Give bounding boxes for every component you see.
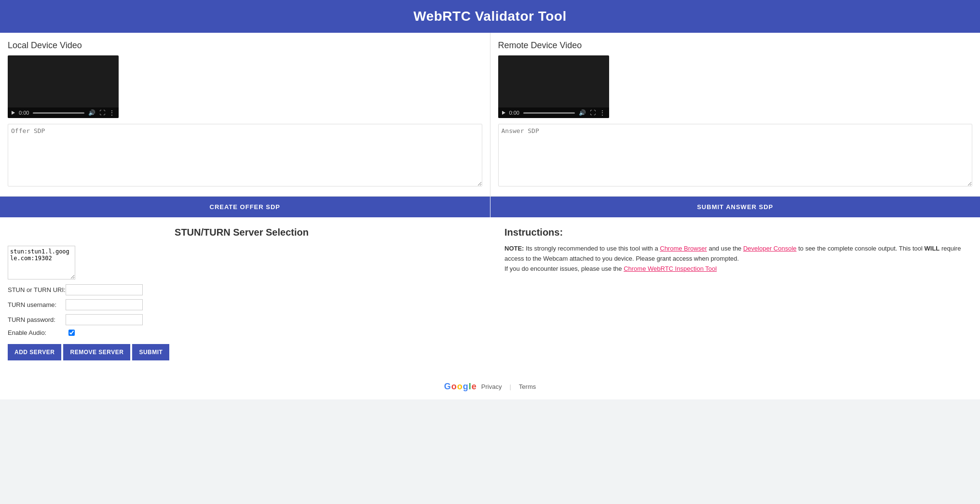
instructions-title: Instructions: bbox=[504, 227, 972, 238]
remote-more-icon[interactable]: ⋮ bbox=[599, 109, 605, 116]
remote-play-icon[interactable] bbox=[502, 111, 505, 115]
remote-fullscreen-icon[interactable]: ⛶ bbox=[590, 109, 596, 116]
password-row: TURN password: bbox=[8, 314, 476, 325]
action-buttons: ADD SERVER REMOVE SERVER SUBMIT bbox=[8, 344, 476, 360]
will-bold: WILL bbox=[925, 245, 940, 252]
footer: Google Privacy | Terms bbox=[0, 370, 980, 399]
remote-video-progress[interactable] bbox=[523, 112, 575, 114]
audio-checkbox-row: Enable Audio: bbox=[8, 329, 476, 336]
local-volume-icon[interactable]: 🔊 bbox=[88, 109, 95, 116]
stun-turn-panel: STUN/TURN Server Selection stun:stun1.l.… bbox=[8, 227, 495, 360]
remote-video-panel: Remote Device Video 0:00 🔊 ⛶ ⋮ bbox=[490, 33, 980, 196]
bottom-section: STUN/TURN Server Selection stun:stun1.l.… bbox=[0, 217, 980, 370]
enable-audio-label: Enable Audio: bbox=[8, 329, 66, 336]
local-video-label: Local Device Video bbox=[8, 40, 482, 51]
create-offer-sdp-button[interactable]: CREATE OFFER SDP bbox=[0, 197, 490, 217]
note-line2-prefix: If you do encounter issues, please use t… bbox=[504, 265, 624, 272]
uri-row: STUN or TURN URI: bbox=[8, 284, 476, 295]
google-g-yellow: o bbox=[457, 382, 463, 392]
top-section: Local Device Video 0:00 🔊 ⛶ ⋮ Remote Dev… bbox=[0, 33, 980, 197]
local-video-panel: Local Device Video 0:00 🔊 ⛶ ⋮ bbox=[0, 33, 490, 196]
chrome-webrtc-link[interactable]: Chrome WebRTC Inspection Tool bbox=[624, 265, 717, 272]
google-logo: Google bbox=[444, 382, 476, 392]
submit-answer-sdp-button[interactable]: SUBMIT ANSWER SDP bbox=[490, 197, 980, 217]
local-video-time: 0:00 bbox=[19, 110, 29, 116]
uri-label: STUN or TURN URI: bbox=[8, 286, 66, 293]
google-g-red: o bbox=[451, 382, 457, 392]
developer-console-link[interactable]: Developer Console bbox=[743, 245, 797, 252]
remote-video-player[interactable]: 0:00 🔊 ⛶ ⋮ bbox=[498, 55, 609, 118]
username-input[interactable] bbox=[66, 299, 143, 310]
remote-video-time: 0:00 bbox=[509, 110, 519, 116]
password-label: TURN password: bbox=[8, 316, 66, 323]
local-play-icon[interactable] bbox=[12, 111, 15, 115]
chrome-browser-link[interactable]: Chrome Browser bbox=[660, 245, 707, 252]
privacy-link[interactable]: Privacy bbox=[481, 383, 502, 390]
stun-turn-title: STUN/TURN Server Selection bbox=[8, 227, 476, 238]
enable-audio-checkbox[interactable] bbox=[68, 330, 75, 336]
submit-button[interactable]: SUBMIT bbox=[132, 344, 169, 360]
username-label: TURN username: bbox=[8, 301, 66, 308]
terms-link[interactable]: Terms bbox=[519, 383, 536, 390]
remove-server-button[interactable]: REMOVE SERVER bbox=[63, 344, 130, 360]
local-more-icon[interactable]: ⋮ bbox=[109, 109, 115, 116]
note-text2: and use the bbox=[708, 245, 743, 252]
offer-sdp-textarea[interactable] bbox=[8, 124, 482, 186]
note-text1: Its strongly recommended to use this too… bbox=[526, 245, 660, 252]
local-fullscreen-icon[interactable]: ⛶ bbox=[99, 109, 105, 116]
server-list-textarea[interactable]: stun:stun1.l.google.com:19302 bbox=[8, 246, 75, 279]
uri-input[interactable] bbox=[66, 284, 143, 295]
page-title: WebRTC Validator Tool bbox=[0, 9, 980, 24]
footer-divider: | bbox=[509, 383, 511, 390]
username-row: TURN username: bbox=[8, 299, 476, 310]
local-video-progress[interactable] bbox=[33, 112, 84, 114]
remote-video-controls: 0:00 🔊 ⛶ ⋮ bbox=[498, 107, 609, 118]
main-content: Local Device Video 0:00 🔊 ⛶ ⋮ Remote Dev… bbox=[0, 33, 980, 399]
instructions-note: NOTE: Its strongly recommended to use th… bbox=[504, 244, 972, 274]
add-server-button[interactable]: ADD SERVER bbox=[8, 344, 61, 360]
local-video-controls: 0:00 🔊 ⛶ ⋮ bbox=[8, 107, 119, 118]
google-g-red2: e bbox=[472, 382, 476, 392]
google-g-blue2: g bbox=[463, 382, 468, 392]
instructions-panel: Instructions: NOTE: Its strongly recomme… bbox=[495, 227, 972, 360]
remote-video-label: Remote Device Video bbox=[498, 40, 973, 51]
sdp-buttons-row: CREATE OFFER SDP SUBMIT ANSWER SDP bbox=[0, 197, 980, 217]
note-text3: to see the complete console output. This… bbox=[798, 245, 924, 252]
remote-volume-icon[interactable]: 🔊 bbox=[579, 109, 586, 116]
password-input[interactable] bbox=[66, 314, 143, 325]
answer-sdp-textarea[interactable] bbox=[498, 124, 973, 186]
note-prefix: NOTE: bbox=[504, 245, 526, 252]
google-g-green: l bbox=[469, 382, 471, 392]
local-video-player[interactable]: 0:00 🔊 ⛶ ⋮ bbox=[8, 55, 119, 118]
google-g-blue: G bbox=[444, 382, 451, 392]
page-header: WebRTC Validator Tool bbox=[0, 0, 980, 33]
